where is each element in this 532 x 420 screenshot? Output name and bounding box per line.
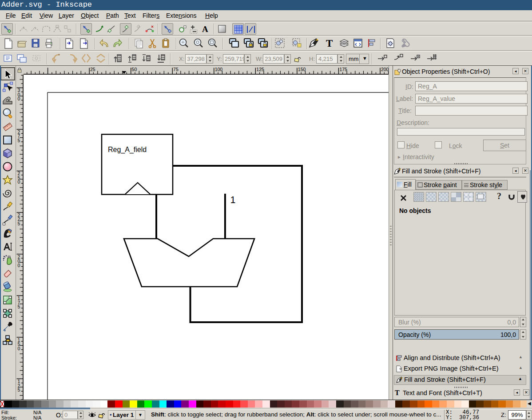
svg-text:0: 0 xyxy=(18,263,20,268)
svg-text:5: 5 xyxy=(18,304,20,309)
svg-text:175: 175 xyxy=(339,67,347,72)
svg-text:200: 200 xyxy=(381,67,389,72)
svg-text:A: A xyxy=(202,24,208,34)
svg-text:0: 0 xyxy=(18,179,20,184)
svg-text:75: 75 xyxy=(173,67,179,72)
svg-text:5: 5 xyxy=(18,138,20,143)
svg-text:Reg_A_field: Reg_A_field xyxy=(108,146,147,154)
svg-text:25: 25 xyxy=(90,67,95,72)
svg-text:5: 5 xyxy=(18,387,20,392)
svg-text:50: 50 xyxy=(132,67,137,72)
svg-text:T: T xyxy=(326,38,333,49)
svg-text:1: 1 xyxy=(230,195,236,205)
svg-text:100: 100 xyxy=(215,67,223,72)
svg-text:0: 0 xyxy=(18,96,20,101)
svg-text:150: 150 xyxy=(298,67,306,72)
svg-text:5: 5 xyxy=(18,221,20,226)
svg-text:125: 125 xyxy=(256,67,264,72)
svg-text:0: 0 xyxy=(18,346,20,351)
